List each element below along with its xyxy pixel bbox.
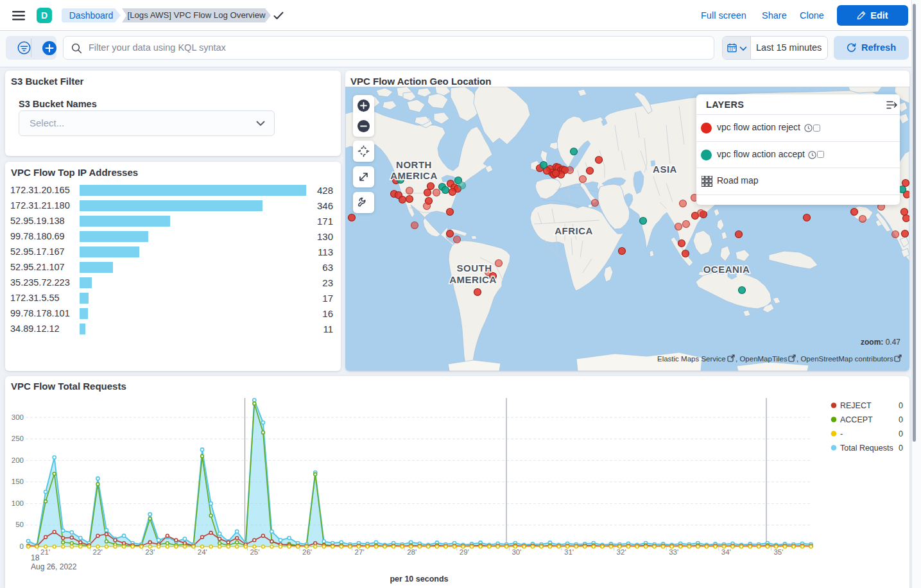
svg-text:SOUTH: SOUTH <box>457 263 492 273</box>
svg-text:0: 0 <box>899 444 903 453</box>
svg-text:AMERICA: AMERICA <box>449 274 497 285</box>
svg-text:24': 24' <box>198 548 207 556</box>
svg-text:300: 300 <box>12 413 24 421</box>
svg-text:26': 26' <box>302 548 312 556</box>
svg-text:30': 30' <box>512 548 521 556</box>
svg-text:50: 50 <box>15 521 24 528</box>
svg-text:22': 22' <box>93 548 103 556</box>
svg-text:28': 28' <box>407 548 417 556</box>
svg-text:per 10 seconds: per 10 seconds <box>390 575 448 584</box>
svg-text:250: 250 <box>12 435 24 442</box>
svg-text:150: 150 <box>12 478 24 485</box>
svg-text:REJECT: REJECT <box>840 401 872 410</box>
svg-text:0: 0 <box>899 401 903 410</box>
svg-text:35': 35' <box>773 548 783 556</box>
svg-text:31': 31' <box>564 548 574 556</box>
svg-text:0: 0 <box>899 415 903 424</box>
svg-text:18: 18 <box>31 553 40 562</box>
svg-text:21': 21' <box>40 548 50 556</box>
svg-text:29': 29' <box>460 548 469 556</box>
svg-text:200: 200 <box>12 456 24 464</box>
svg-text:Aug 26, 2022: Aug 26, 2022 <box>31 562 77 571</box>
svg-text:AFRICA: AFRICA <box>555 225 593 236</box>
svg-text:27': 27' <box>355 548 365 556</box>
svg-text:33': 33' <box>669 548 678 556</box>
svg-text:34': 34' <box>721 548 731 556</box>
svg-text:0: 0 <box>899 429 903 438</box>
svg-text:, OpenMapTiles: , OpenMapTiles <box>736 355 788 363</box>
svg-text:, OpenStreetMap contributors: , OpenStreetMap contributors <box>796 355 893 363</box>
svg-text:-: - <box>840 429 843 438</box>
svg-text:zoom: 0.47: zoom: 0.47 <box>861 338 900 347</box>
svg-text:25': 25' <box>250 548 259 556</box>
svg-text:23': 23' <box>145 548 155 556</box>
svg-text:AMERICA: AMERICA <box>390 170 438 181</box>
svg-text:32': 32' <box>617 548 626 556</box>
svg-text:ASIA: ASIA <box>653 164 677 175</box>
svg-text:OCEANIA: OCEANIA <box>703 264 750 275</box>
svg-text:Elastic Maps Service: Elastic Maps Service <box>657 355 726 363</box>
svg-text:0: 0 <box>20 542 24 550</box>
svg-text:ACCEPT: ACCEPT <box>840 415 873 424</box>
svg-text:Total Requests: Total Requests <box>840 444 893 453</box>
svg-text:100: 100 <box>12 499 24 507</box>
svg-text:NORTH: NORTH <box>396 159 432 170</box>
